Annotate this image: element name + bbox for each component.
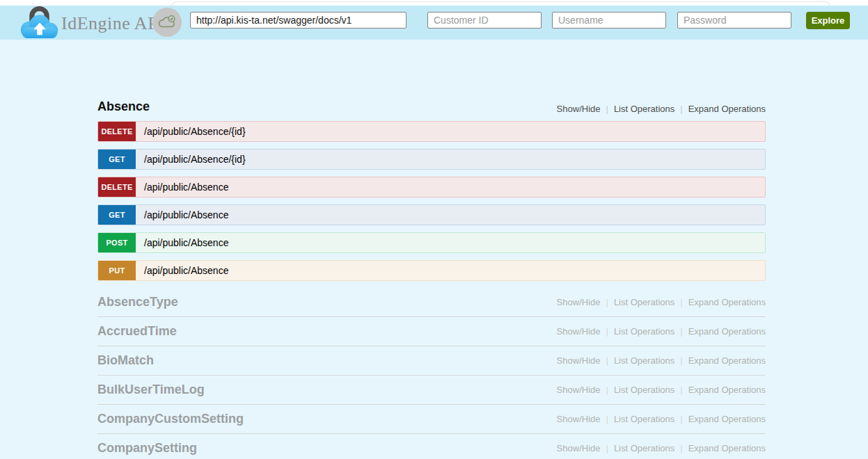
section-header: BulkUserTimeLogShow/Hide|List Operations…	[97, 376, 766, 404]
method-badge: GET	[98, 205, 136, 225]
cloud-status-icon	[152, 8, 182, 37]
expand-operations-link[interactable]: Expand Operations	[688, 326, 766, 337]
method-badge: DELETE	[98, 122, 136, 141]
operation-row[interactable]: GET/api/public/Absence	[97, 204, 766, 225]
show-hide-link[interactable]: Show/Hide	[557, 385, 601, 395]
section-links: Show/Hide|List Operations|Expand Operati…	[557, 443, 766, 453]
brand-title[interactable]: IdEngine API	[61, 10, 164, 37]
expand-operations-link[interactable]: Expand Operations	[688, 355, 766, 366]
username-input[interactable]	[552, 12, 666, 29]
api-section-bulkusertimelog: BulkUserTimeLogShow/Hide|List Operations…	[97, 376, 766, 405]
top-strip	[0, 0, 868, 6]
link-separator: |	[606, 443, 608, 453]
operation-path[interactable]: /api/public/Absence	[136, 261, 228, 280]
list-operations-link[interactable]: List Operations	[614, 297, 674, 307]
operation-path[interactable]: /api/public/Absence	[136, 233, 228, 252]
link-separator: |	[680, 326, 682, 337]
section-links: Show/Hide|List Operations|Expand Operati…	[557, 355, 766, 366]
link-separator: |	[680, 443, 682, 453]
operation-row[interactable]: PUT/api/public/Absence	[97, 260, 766, 281]
section-links: Show/Hide|List Operations|Expand Operati…	[557, 326, 766, 337]
operation-path[interactable]: /api/public/Absence/{id}	[136, 150, 246, 169]
customer-id-input[interactable]	[427, 12, 542, 29]
operation-row[interactable]: DELETE/api/public/Absence	[97, 177, 766, 198]
api-section-biomatch: BioMatchShow/Hide|List Operations|Expand…	[97, 346, 766, 376]
api-section-absencetype: AbsenceTypeShow/Hide|List Operations|Exp…	[97, 288, 766, 317]
method-badge: DELETE	[98, 177, 136, 197]
link-separator: |	[606, 355, 608, 366]
api-section-absence: AbsenceShow/Hide|List Operations|Expand …	[97, 99, 766, 281]
list-operations-link[interactable]: List Operations	[614, 414, 674, 424]
link-separator: |	[680, 297, 682, 307]
lock-cloud-logo-icon	[19, 6, 60, 40]
section-links: Show/Hide|List Operations|Expand Operati…	[557, 297, 766, 307]
section-title[interactable]: Absence	[97, 99, 150, 114]
operation-path[interactable]: /api/public/Absence	[136, 177, 228, 197]
section-header: CompanyCustomSettingShow/Hide|List Opera…	[97, 405, 766, 433]
show-hide-link[interactable]: Show/Hide	[557, 355, 601, 366]
api-url-input[interactable]	[190, 12, 407, 29]
section-links: Show/Hide|List Operations|Expand Operati…	[557, 385, 766, 395]
api-section-companycustomsetting: CompanyCustomSettingShow/Hide|List Opera…	[97, 405, 766, 434]
section-header: AbsenceShow/Hide|List Operations|Expand …	[97, 99, 766, 114]
show-hide-link[interactable]: Show/Hide	[557, 104, 601, 114]
section-title[interactable]: CompanySetting	[97, 441, 197, 456]
section-title[interactable]: BulkUserTimeLog	[97, 382, 205, 397]
explore-button[interactable]: Explore	[806, 12, 850, 29]
section-links: Show/Hide|List Operations|Expand Operati…	[557, 414, 766, 424]
section-links: Show/Hide|List Operations|Expand Operati…	[557, 104, 766, 114]
show-hide-link[interactable]: Show/Hide	[557, 297, 601, 307]
show-hide-link[interactable]: Show/Hide	[557, 414, 601, 424]
link-separator: |	[680, 355, 682, 366]
api-section-accruedtime: AccruedTimeShow/Hide|List Operations|Exp…	[97, 317, 766, 346]
method-badge: POST	[98, 233, 136, 252]
link-separator: |	[680, 385, 682, 395]
section-header: BioMatchShow/Hide|List Operations|Expand…	[97, 346, 766, 375]
link-separator: |	[606, 297, 608, 307]
section-header: AbsenceTypeShow/Hide|List Operations|Exp…	[97, 288, 766, 316]
expand-operations-link[interactable]: Expand Operations	[688, 414, 766, 424]
api-sections: AbsenceShow/Hide|List Operations|Expand …	[97, 40, 766, 459]
method-badge: PUT	[98, 261, 136, 280]
expand-operations-link[interactable]: Expand Operations	[688, 297, 766, 307]
link-separator: |	[606, 385, 608, 395]
link-separator: |	[680, 414, 682, 424]
expand-operations-link[interactable]: Expand Operations	[688, 104, 766, 114]
show-hide-link[interactable]: Show/Hide	[557, 443, 601, 453]
list-operations-link[interactable]: List Operations	[614, 385, 674, 395]
cloud-check-icon	[158, 15, 176, 30]
section-title[interactable]: CompanyCustomSetting	[97, 412, 244, 426]
operations-list: DELETE/api/public/Absence/{id}GET/api/pu…	[97, 121, 766, 281]
list-operations-link[interactable]: List Operations	[614, 355, 674, 366]
api-section-companysetting: CompanySettingShow/Hide|List Operations|…	[97, 434, 766, 459]
expand-operations-link[interactable]: Expand Operations	[688, 443, 766, 453]
method-badge: GET	[98, 150, 136, 169]
section-title[interactable]: AbsenceType	[97, 295, 178, 309]
list-operations-link[interactable]: List Operations	[614, 104, 674, 114]
section-title[interactable]: AccruedTime	[97, 324, 177, 339]
list-operations-link[interactable]: List Operations	[614, 443, 674, 453]
section-header: CompanySettingShow/Hide|List Operations|…	[97, 434, 766, 459]
header-bar: IdEngine API Explore	[0, 6, 868, 40]
expand-operations-link[interactable]: Expand Operations	[688, 385, 766, 395]
section-title[interactable]: BioMatch	[97, 353, 154, 368]
link-separator: |	[606, 104, 608, 114]
section-header: AccruedTimeShow/Hide|List Operations|Exp…	[97, 317, 766, 346]
link-separator: |	[606, 414, 608, 424]
link-separator: |	[680, 104, 682, 114]
operation-row[interactable]: POST/api/public/Absence	[97, 232, 766, 253]
password-input[interactable]	[677, 12, 791, 29]
show-hide-link[interactable]: Show/Hide	[557, 326, 601, 337]
operation-row[interactable]: GET/api/public/Absence/{id}	[97, 149, 766, 170]
operation-path[interactable]: /api/public/Absence/{id}	[136, 122, 246, 141]
operation-path[interactable]: /api/public/Absence	[136, 205, 228, 225]
link-separator: |	[606, 326, 608, 337]
list-operations-link[interactable]: List Operations	[614, 326, 674, 337]
operation-row[interactable]: DELETE/api/public/Absence/{id}	[97, 121, 766, 142]
